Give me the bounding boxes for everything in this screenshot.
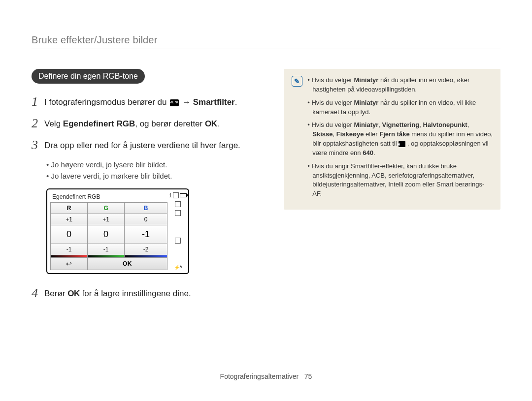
text: I fotograferingsmodus berører du [44,97,169,107]
left-column: Deﬁnere din egen RGB-tone 1 I fotografer… [32,69,266,308]
bullet: Jo lavere verdi, jo mørkere blir bildet. [46,171,266,182]
text: Dra opp eller ned for å justere verdiene… [44,141,240,150]
footer-page-number: 75 [304,372,312,380]
b-header: B [125,203,167,214]
rgb-header-row: R G B [51,203,167,214]
divider [32,49,500,49]
text: for å lagre innstillingene dine. [80,289,191,298]
tail: . [217,119,219,128]
page-footer: Fotograferingsalternativer 75 [0,372,532,380]
b: Miniatyr [354,99,378,106]
steps-list-continued: 4 Berør OK for å lagre innstillingene di… [32,286,266,301]
step-number: 2 [32,116,44,131]
t: . [373,149,375,156]
rgb-row-below[interactable]: -1 -1 -2 [51,244,167,255]
b: Miniatyr [354,121,378,128]
t: Hvis du velger [311,99,354,106]
b: Fiskeøye [336,130,364,138]
b: Skisse [312,130,332,138]
cell: -1 [125,225,167,244]
note-icon: ✎ [292,76,302,87]
t: eller [364,130,379,138]
status-top: 1 [169,192,187,198]
note-item: Hvis du velger Miniatyr, Vignettering, H… [307,121,493,157]
cell: 0 [125,214,167,225]
step-3-bullets: Jo høyere verdi, jo lysere blir bildet. … [46,159,266,182]
cell: 0 [51,225,88,244]
step-1: 1 I fotograferingsmodus berører du MENU … [32,94,266,109]
cell: 0 [88,225,125,244]
bold: Egendeﬁnert RGB [63,119,135,128]
b: Fjern tåke [379,130,409,138]
t: , [333,130,336,138]
cell: +1 [88,214,125,225]
mode-icon [175,210,181,216]
section-heading-pill: Deﬁnere din egen RGB-tone [32,69,145,84]
step-body: Berør OK for å lagre innstillingene dine… [44,286,266,300]
rgb-main: Egendeﬁnert RGB R G B +1 +1 0 [50,192,167,270]
ok-icon: OK [205,119,217,128]
back-button[interactable]: ↩ [51,258,88,270]
bullet: Jo høyere verdi, jo lysere blir bildet. [46,159,266,171]
b: Miniatyr [354,76,378,84]
text: Velg [44,119,63,128]
b: 640 [363,149,373,156]
focus-icon [175,238,181,244]
tail: . [235,97,237,107]
right-column: ✎ Hvis du velger Miniatyr når du spiller… [284,69,500,308]
t: , [467,121,469,128]
resolution-icon [173,192,179,198]
battery-icon [180,193,187,197]
step-body: Dra opp eller ned for å justere verdiene… [44,138,266,152]
step-2: 2 Velg Egendeﬁnert RGB, og berør derette… [32,116,266,131]
text: Berør [44,289,67,298]
rgb-table: R G B +1 +1 0 0 0 -1 [50,202,167,270]
b: Vignettering [382,121,420,128]
rgb-bottom-row: ↩ OK [51,258,167,270]
step-3: 3 Dra opp eller ned for å justere verdie… [32,138,266,153]
note-list: Hvis du velger Miniatyr når du spiller i… [307,76,493,203]
step-number: 1 [32,94,44,109]
rgb-title: Egendeﬁnert RGB [50,192,167,202]
smartfilter-label: Smartﬁlter [193,97,235,107]
flash-icon: ⚡ᴬ [174,265,182,270]
step-body: Velg Egendeﬁnert RGB, og berør deretter … [44,116,266,130]
footer-section: Fotograferingsalternativer [220,372,299,380]
mode-icon [175,201,181,207]
b: Halvtonepunkt [423,121,467,128]
page: Bruke effekter/Justere bilder Deﬁnere di… [0,0,532,308]
steps-list: 1 I fotograferingsmodus berører du MENU … [32,94,266,153]
cell: -1 [88,244,125,255]
t: , [378,121,382,128]
step-number: 3 [32,138,44,153]
record-rate-icon: ▣ [399,141,405,147]
image-count: 1 [169,193,172,198]
t: Hvis du velger [311,121,354,128]
menu-icon: MENU [170,99,179,106]
breadcrumb: Bruke effekter/Justere bilder [32,34,500,46]
ok-icon: OK [67,289,80,298]
cell: +1 [51,214,88,225]
r-header: R [51,203,88,214]
g-header: G [88,203,125,214]
note-item: Hvis du velger Miniatyr når du spiller i… [307,98,493,117]
arrow: → [182,97,193,107]
note-box: ✎ Hvis du velger Miniatyr når du spiller… [284,69,500,210]
t: Hvis du velger [311,76,354,84]
text: , og berør deretter [135,119,205,128]
step-body: I fotograferingsmodus berører du MENU → … [44,94,266,109]
ok-button[interactable]: OK [88,258,167,270]
rgb-row-above[interactable]: +1 +1 0 [51,214,167,225]
rgb-side-icons: 1 ⚡ᴬ [170,192,185,270]
note-item: Hvis du angir Smartﬁlter-effekter, kan d… [307,162,493,199]
step-4: 4 Berør OK for å lagre innstillingene di… [32,286,266,301]
rgb-widget: Egendeﬁnert RGB R G B +1 +1 0 [46,188,189,274]
step-number: 4 [32,286,44,301]
note-item: Hvis du velger Miniatyr når du spiller i… [307,76,493,94]
content-columns: Deﬁnere din egen RGB-tone 1 I fotografer… [32,69,500,308]
rgb-row-current[interactable]: 0 0 -1 [51,225,167,244]
cell: -1 [51,244,88,255]
cell: -2 [125,244,167,255]
